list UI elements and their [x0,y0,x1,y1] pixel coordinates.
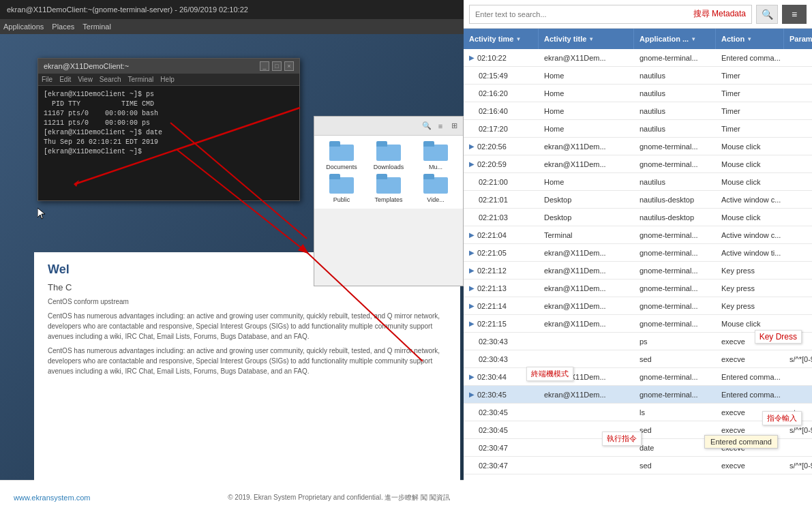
table-row[interactable]: 02:16:40 Home nautilus Timer [464,102,812,120]
expand-icon[interactable]: ▶ [469,231,475,239]
table-header: Activity time ▼ Activity title ▼ Applica… [464,29,812,49]
terminal-menu: File Edit View Search Terminal Help [38,74,299,86]
left-panel: ekran@X11DemoClient:~(gnome-terminal-ser… [0,0,464,514]
table-row[interactable]: ▶ 02:21:04 Terminal gnome-terminal... Ac… [464,226,812,244]
fm-grid-icon[interactable]: ⊞ [449,121,460,132]
folder-videos[interactable]: Vide... [414,174,457,203]
terminal-menu-search[interactable]: Search [100,76,121,83]
td-time: ▶ 02:21:12 [464,262,539,279]
table-row[interactable]: ▶ 02:30:44 ekran@X11Dem... gnome-termina… [464,368,812,386]
folder-documents[interactable]: Documents [320,141,363,170]
expand-icon[interactable]: ▶ [469,373,475,380]
th-activity-title[interactable]: Activity title ▼ [539,29,634,49]
table-row[interactable]: ▶ 02:30:45 ekran@X11Dem... gnome-termina… [464,386,812,404]
th-action[interactable]: Action ▼ [716,29,784,49]
terminal-menu-file[interactable]: File [42,76,52,83]
annotation-terminal-mode: 終端機模式 [526,367,573,381]
expand-icon[interactable]: ▶ [469,54,475,61]
td-title: Terminal [539,226,634,243]
td-app: ls [634,404,716,421]
expand-icon[interactable]: ▶ [469,249,475,256]
td-app: gnome-terminal... [634,297,716,314]
filter-button[interactable]: ≡ [782,5,807,24]
td-app: gnome-terminal... [634,244,716,261]
folder-music[interactable]: Mu... [414,141,457,170]
fm-list-icon[interactable]: ≡ [435,121,446,132]
fm-search-icon[interactable]: 🔍 [421,121,432,132]
sort-arrow-time: ▼ [515,36,521,42]
folder-downloads[interactable]: Downloads [367,141,410,170]
table-row[interactable]: 02:30:47 sed execve s/^*[0-9]+* +// [464,457,812,474]
expand-icon[interactable]: ▶ [469,302,475,309]
expand-icon[interactable]: ▶ [469,142,475,150]
terminal-menu-view[interactable]: View [78,76,93,83]
menu-places[interactable]: Places [52,22,74,31]
folder-downloads-icon [376,141,401,162]
filemanager-window[interactable]: 🔍 ≡ ⊞ Documents Downloads Mu... [314,116,464,286]
folder-videos-icon [423,174,448,194]
td-action: Mouse click [716,173,784,190]
footer-link[interactable]: www.ekransystem.com [14,494,90,502]
desktop-area: ekran@X11DemoClient:~ _ □ × File Edit Vi… [0,34,464,514]
th-parameters[interactable]: Parameters [784,29,812,49]
table-row[interactable]: ▶ 02:20:56 ekran@X11Dem... gnome-termina… [464,138,812,155]
th-application[interactable]: Application ... ▼ [634,29,716,49]
td-action: execve [716,457,784,474]
terminal-maximize-btn[interactable]: □ [272,61,282,71]
expand-icon[interactable]: ▶ [469,391,475,398]
td-title [539,333,634,350]
th-activity-time[interactable]: Activity time ▼ [464,29,539,49]
td-title: ekran@X11Dem... [539,297,634,314]
table-row[interactable]: ▶ 02:21:13 ekran@X11Dem... gnome-termina… [464,279,812,297]
terminal-menu-help[interactable]: Help [160,76,175,83]
table-row[interactable]: 02:21:00 Home nautilus Mouse click [464,173,812,191]
terminal-titlebar: ekran@X11DemoClient:~ _ □ × [38,59,299,74]
td-params [784,173,812,190]
td-title: ekran@X11Dem... [539,315,634,332]
menu-applications[interactable]: Applications [3,22,44,31]
table-row[interactable]: ▶ 02:21:14 ekran@X11Dem... gnome-termina… [464,297,812,315]
td-title: ekran@X11Dem... [539,262,634,279]
terminal-line-5: [ekran@X11DemoClient ~]$ date [44,128,294,138]
menu-terminal[interactable]: Terminal [82,22,111,31]
search-button[interactable]: 🔍 [756,5,778,24]
td-app: nautilus-desktop [634,209,716,226]
terminal-content: [ekran@X11DemoClient ~]$ ps PID TTY TIME… [38,86,299,200]
td-params [784,368,812,385]
webpage-para-1: CentOS conform upstream [48,297,447,307]
terminal-window[interactable]: ekran@X11DemoClient:~ _ □ × File Edit Vi… [37,58,300,201]
terminal-titlebar-buttons: _ □ × [260,61,294,71]
search-input-container[interactable]: 搜尋 Metadata [469,5,752,24]
terminal-minimize-btn[interactable]: _ [260,61,269,71]
expand-icon[interactable]: ▶ [469,320,475,327]
table-row[interactable]: ▶ 02:10:22 ekran@X11Dem... gnome-termina… [464,49,812,67]
td-action: Timer [716,120,784,137]
table-row[interactable]: ▶ 02:21:05 ekran@X11Dem... gnome-termina… [464,244,812,262]
td-params [784,439,812,456]
search-input[interactable] [475,10,689,18]
folder-templates[interactable]: Templates [367,174,410,203]
table-row[interactable]: 02:15:49 Home nautilus Timer [464,67,812,85]
td-title [539,350,634,367]
table-row[interactable]: 02:21:01 Desktop nautilus-desktop Active… [464,191,812,209]
expand-icon[interactable]: ▶ [469,284,475,292]
table-row[interactable]: ▶ 02:21:12 ekran@X11Dem... gnome-termina… [464,262,812,279]
td-action: Mouse click [716,209,784,226]
td-time: 02:30:45 [464,421,539,438]
table-row[interactable]: 02:30:43 sed execve s/^*[0-9]+* +// [464,350,812,368]
table-row[interactable]: 02:16:20 Home nautilus Timer [464,85,812,102]
table-row[interactable]: 02:17:20 Home nautilus Timer [464,120,812,138]
filemanager-toolbar: 🔍 ≡ ⊞ [314,117,463,136]
td-app: nautilus [634,102,716,119]
expand-icon[interactable]: ▶ [469,267,475,274]
table-row[interactable]: 02:21:03 Desktop nautilus-desktop Mouse … [464,209,812,226]
td-params [784,49,812,66]
terminal-menu-edit[interactable]: Edit [59,76,71,83]
table-row[interactable]: ▶ 02:20:59 ekran@X11Dem... gnome-termina… [464,155,812,173]
terminal-close-btn[interactable]: × [284,61,294,71]
search-bar: 搜尋 Metadata 🔍 ≡ [464,0,812,29]
expand-icon[interactable]: ▶ [469,160,475,168]
terminal-menu-terminal[interactable]: Terminal [128,76,154,83]
folder-public[interactable]: Public [320,174,363,203]
table-row[interactable]: 02:30:45 ls execve uto [464,404,812,421]
